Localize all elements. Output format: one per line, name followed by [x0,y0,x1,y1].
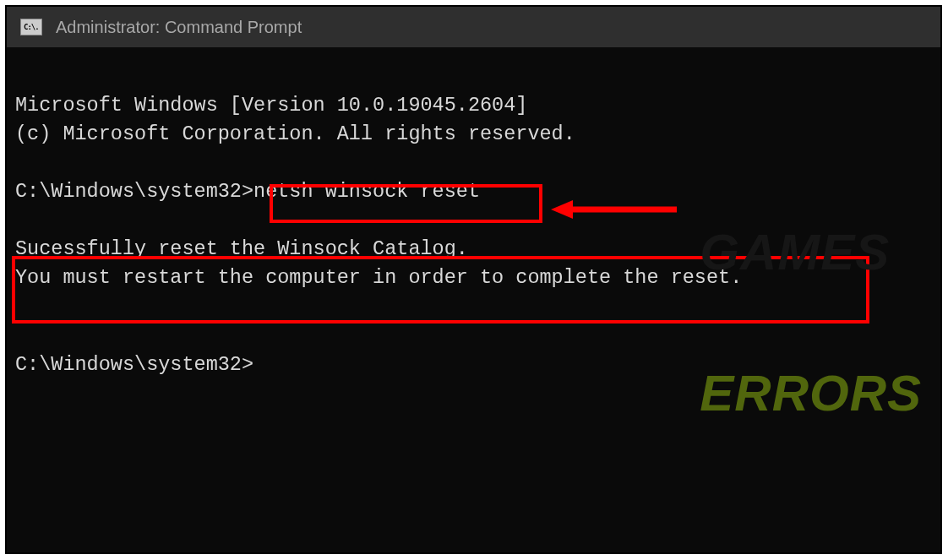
svg-marker-1 [551,200,573,219]
titlebar[interactable]: C:\. Administrator: Command Prompt [7,7,940,47]
watermark-line1: GAMES [700,228,922,276]
arrow-icon [546,198,681,223]
cmd-icon: C:\. [20,19,42,35]
version-line: Microsoft Windows [Version 10.0.19045.26… [15,94,527,117]
output-line-1: Sucessfully reset the Winsock Catalog. [15,237,468,260]
watermark: GAMES ERRORS [700,134,922,510]
output-line-2: You must restart the computer in order t… [15,266,742,289]
window-frame: C:\. Administrator: Command Prompt Micro… [5,5,942,554]
prompt-2: C:\Windows\system32> [15,353,253,376]
watermark-line2: ERRORS [700,369,922,417]
window-title: Administrator: Command Prompt [56,18,302,37]
entered-command: netsh winsock reset [253,180,480,203]
cmd-icon-text: C:\. [24,23,39,31]
terminal-area[interactable]: Microsoft Windows [Version 10.0.19045.26… [7,47,940,552]
prompt-1: C:\Windows\system32> [15,180,253,203]
copyright-line: (c) Microsoft Corporation. All rights re… [15,122,575,145]
